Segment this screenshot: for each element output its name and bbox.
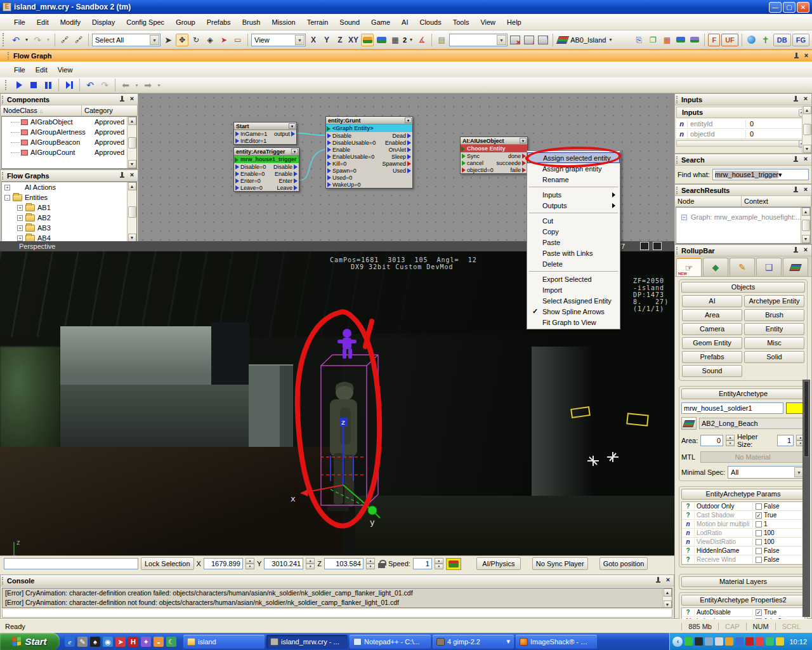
pin-icon[interactable] [792,246,799,254]
y-coord-stepper[interactable]: ▲▼ [306,558,315,569]
menu-item[interactable]: Brush [237,17,266,28]
tree-expander-icon[interactable]: - [4,195,10,201]
pin-icon[interactable] [792,156,799,163]
stop-icon[interactable] [27,79,40,91]
output-port-icon[interactable] [294,178,298,183]
minimal-spec-combo[interactable]: All▾ [728,466,805,479]
menu-item[interactable]: Group [171,17,200,28]
step-icon[interactable] [63,79,75,91]
hide-helpers-icon[interactable]: ⎘ [632,34,645,46]
archetype-name-input[interactable]: mrw_house1_soldier1 [681,402,783,414]
viewport-status-button[interactable]: No Sync Player [532,557,588,570]
param-row[interactable]: ? Cast Shadow True [682,511,804,520]
axis-button[interactable]: X [307,34,320,46]
input-port-icon[interactable] [235,185,239,190]
node-areatrigger[interactable]: entity:AreaTrigger▾ mrw_house1_trigger D… [233,147,299,192]
output-port-icon[interactable] [407,168,411,173]
play-icon[interactable] [13,79,25,91]
object-type-button[interactable]: Brush [744,309,804,321]
inputs-group-header[interactable]: Inputs︽ [676,107,810,118]
viewport-status-button[interactable]: AI/Physics [476,557,521,570]
tray-icon[interactable] [776,637,784,646]
node-entity-bar[interactable]: Choose Entity [461,145,527,152]
console-input[interactable] [2,609,672,618]
redo-dropdown-icon[interactable]: ▾ [45,34,51,46]
flowgraph-menu-item[interactable]: View [53,64,78,76]
input-port-icon[interactable] [462,168,466,173]
terrain-collision-icon[interactable] [446,558,461,570]
menu-item[interactable]: Mission [266,17,300,28]
terrain-walk-icon[interactable] [688,34,701,46]
node-port-row[interactable]: InGame=1 output [234,130,296,137]
quicklaunch-icon[interactable]: ◒ [154,637,164,647]
inputs-scrollbar[interactable]: ▲▼ [802,106,811,153]
tab-modelling[interactable]: ✎ [730,258,755,276]
node-port-row[interactable]: Spawn=0 Used [326,167,412,174]
viewport-layout-icon[interactable] [653,242,662,250]
menu-item[interactable]: View [475,17,501,28]
node-title[interactable]: Start▾ [234,123,296,130]
combo-arrow-icon[interactable]: ▾ [778,171,782,178]
param-row[interactable]: ? Receive Wind False [682,555,804,564]
flowgraph-menu-item[interactable]: File [9,64,30,76]
viewport-maximize-icon[interactable] [640,242,649,250]
viewport-status-button[interactable]: Goto position [599,557,648,570]
find-what-input[interactable]: mrw_house1_trigger▾ [712,169,809,180]
param-checkbox[interactable] [756,512,762,519]
layer-more-icon[interactable]: ▾ [607,34,613,46]
taskbar-task-button[interactable]: ImageShack® - H... [516,635,597,649]
node-menu-icon[interactable]: ▾ [405,117,412,123]
forward-icon[interactable]: ➡ [141,79,154,91]
param-checkbox[interactable] [756,539,762,545]
objects-header[interactable]: Objects [681,282,805,293]
node-title[interactable]: AI:AIUseObject▾ [461,137,527,145]
material-sphere-icon[interactable] [745,34,758,46]
grid-dropdown-icon[interactable]: ▾ [408,34,414,46]
close-icon[interactable]: × [802,156,809,163]
node-menu-icon[interactable]: ▾ [291,149,298,154]
node-menu-icon[interactable]: ▾ [520,138,527,143]
close-icon[interactable]: × [802,52,810,60]
component-row[interactable]: AIGroupBeacon Approved [2,137,136,147]
area-stepper[interactable]: ▲▼ [726,435,735,446]
input-port-icon[interactable] [235,131,239,136]
grid-snap-icon[interactable]: ▦ [389,34,402,46]
tray-icon[interactable] [684,637,693,646]
menu-item[interactable]: File [9,17,30,28]
character-editor-icon[interactable]: ✝ [759,34,772,46]
fg-redo-icon[interactable]: ↷ [98,79,111,91]
tree-expander-icon[interactable]: + [17,225,23,231]
context-menu-item[interactable]: Fit Graph to View [527,317,620,328]
object-type-button[interactable]: Prefabs [682,351,742,363]
maximize-button[interactable]: ▢ [783,2,796,13]
node-port-row[interactable]: Disable Dead [326,132,412,139]
minimize-button[interactable]: — [769,2,782,13]
pin-icon[interactable] [655,576,662,584]
close-icon[interactable]: × [802,186,809,194]
param-checkbox[interactable] [756,521,762,527]
menu-item[interactable]: Edit [32,17,54,28]
tray-chevron-icon[interactable]: ‹ [672,637,683,647]
context-menu-item[interactable] [527,269,620,274]
terrain-snap-icon[interactable] [375,34,388,46]
select-object-icon[interactable]: ➤ [218,34,230,46]
freeze-button[interactable]: F [708,34,720,46]
properties2-header[interactable]: EntityArchetype Properties2 [681,595,805,606]
tab-layers[interactable] [783,258,808,276]
menu-item[interactable]: Config Spec [121,17,169,28]
output-port-icon[interactable] [407,133,411,138]
object-type-button[interactable]: Entity [744,323,804,335]
view-combo[interactable]: View▾ [251,34,306,46]
forward-dropdown-icon[interactable]: ▾ [156,79,162,91]
input-param-row[interactable]: n entityId 0 [676,119,810,129]
quicklaunch-icon[interactable]: e [65,637,75,647]
object-type-button[interactable]: Archetype Entity [744,295,804,307]
tray-icon[interactable] [715,637,723,646]
context-menu-item[interactable]: Export Selected [527,274,620,284]
unfreeze-button[interactable]: UF [721,34,738,46]
tree-item[interactable]: + AB2 [2,213,136,223]
node-port-row[interactable]: EnableUsable=0 Sleep [326,153,412,160]
tree-expander-icon[interactable]: + [17,215,23,221]
menu-item[interactable]: Game [366,17,395,28]
tree-item[interactable]: - Entities [2,192,136,202]
